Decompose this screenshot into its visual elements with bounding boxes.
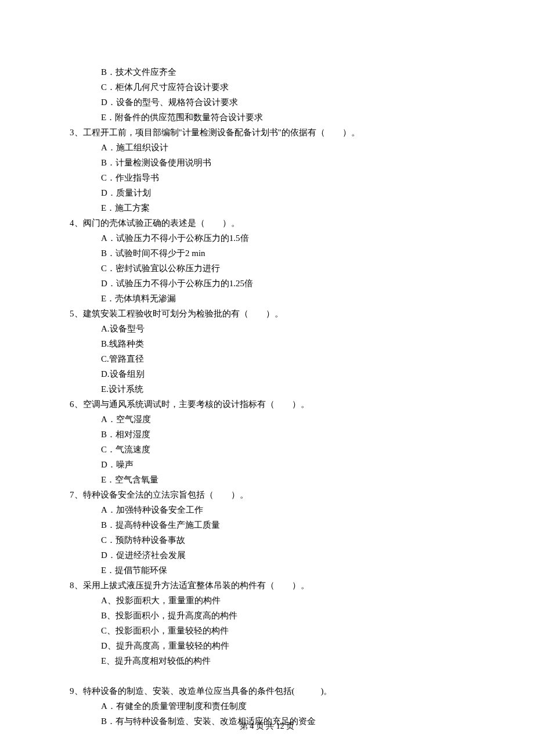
option-text: B、投影面积小，提升高度高的构件 xyxy=(70,609,470,622)
option-text: C、投影面积小，重量较轻的构件 xyxy=(70,624,470,638)
option-text: B．技术文件应齐全 xyxy=(70,65,470,79)
option-text: B．相对湿度 xyxy=(70,427,470,441)
option-text: A、投影面积大，重量重的构件 xyxy=(70,593,470,607)
option-text: B．提高特种设备生产施工质量 xyxy=(70,518,470,532)
question-stem: 4、阀门的壳体试验正确的表述是（ ）。 xyxy=(70,216,470,230)
question-stem: 9、特种设备的制造、安装、改造单位应当具备的条件包括( )。 xyxy=(70,684,470,698)
option-text: D．促进经济社会发展 xyxy=(70,548,470,562)
question-stem: 8、采用上拔式液压提升方法适宜整体吊装的构件有（ ）。 xyxy=(70,578,470,592)
option-text: C．柜体几何尺寸应符合设计要求 xyxy=(70,80,470,94)
option-text: E．附备件的供应范围和数量符合设计要求 xyxy=(70,110,470,124)
option-text: D.设备组别 xyxy=(70,367,470,381)
question-stem: 3、工程开工前，项目部编制"计量检测设备配备计划书"的依据有（ ）。 xyxy=(70,125,470,139)
page-footer: 第 4 页 共 12 页 xyxy=(0,720,534,733)
question-stem: 5、建筑安装工程验收时可划分为检验批的有（ ）。 xyxy=(70,307,470,321)
option-text: A．有健全的质量管理制度和责任制度 xyxy=(70,699,470,713)
option-text: D．设备的型号、规格符合设计要求 xyxy=(70,95,470,109)
question-stem: 6、空调与通风系统调试时，主要考核的设计指标有（ ）。 xyxy=(70,397,470,411)
option-text: B．试验时间不得少于2 min xyxy=(70,246,470,260)
option-text: E．空气含氧量 xyxy=(70,473,470,487)
blank-line xyxy=(70,669,470,683)
option-text: D、提升高度高，重量较轻的构件 xyxy=(70,639,470,653)
option-text: E.设计系统 xyxy=(70,382,470,396)
option-text: B．计量检测设备使用说明书 xyxy=(70,156,470,170)
option-text: C．作业指导书 xyxy=(70,171,470,185)
option-text: B.线路种类 xyxy=(70,337,470,351)
option-text: E、提升高度相对较低的构件 xyxy=(70,654,470,668)
option-text: E．施工方案 xyxy=(70,201,470,215)
option-text: A．空气湿度 xyxy=(70,412,470,426)
option-text: A．试验压力不得小于公称压力的1.5倍 xyxy=(70,231,470,245)
option-text: E．提倡节能环保 xyxy=(70,563,470,577)
document-page: B．技术文件应齐全 C．柜体几何尺寸应符合设计要求 D．设备的型号、规格符合设计… xyxy=(0,0,534,756)
option-text: C．密封试验宜以公称压力进行 xyxy=(70,261,470,275)
question-stem: 7、特种设备安全法的立法宗旨包括（ ）。 xyxy=(70,488,470,502)
option-text: E．壳体填料无渗漏 xyxy=(70,291,470,305)
option-text: A.设备型号 xyxy=(70,322,470,336)
option-text: D．质量计划 xyxy=(70,186,470,200)
option-text: C.管路直径 xyxy=(70,352,470,366)
option-text: D．噪声 xyxy=(70,458,470,471)
option-text: C．气流速度 xyxy=(70,442,470,456)
option-text: D．试验压力不得小于公称压力的1.25倍 xyxy=(70,276,470,290)
option-text: A．施工组织设计 xyxy=(70,141,470,154)
option-text: A．加强特种设备安全工作 xyxy=(70,503,470,517)
option-text: C．预防特种设备事故 xyxy=(70,533,470,547)
